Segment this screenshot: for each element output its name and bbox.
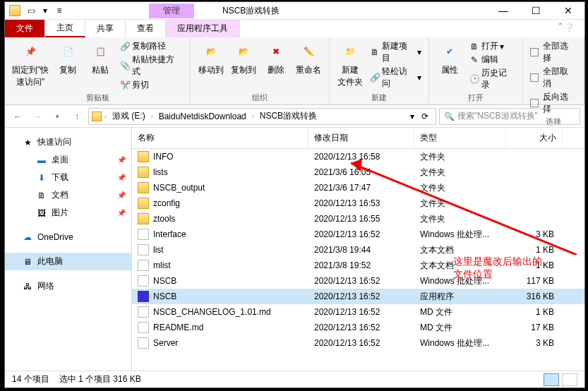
up-button[interactable]: ↑	[68, 108, 85, 125]
file-size: 3 KB	[506, 229, 563, 239]
properties-button[interactable]: ✔属性	[436, 40, 463, 76]
new-folder-button[interactable]: 📁新建 文件夹	[337, 40, 364, 88]
minimize-button[interactable]: —	[487, 2, 520, 20]
file-row[interactable]: mlist2021/3/8 19:52文本文档1 KB	[132, 258, 584, 273]
tab-share[interactable]: 共享	[85, 20, 126, 37]
pin-icon: 📌	[117, 191, 126, 199]
ribbon-group-open: 打开	[468, 91, 484, 103]
sidebar-quick-access[interactable]: ★快速访问	[5, 133, 131, 151]
tab-view[interactable]: 查看	[126, 20, 166, 37]
file-row[interactable]: Server2020/12/13 16:52Windows 批处理...3 KB	[132, 335, 584, 351]
app-icon	[9, 5, 20, 16]
move-to-button[interactable]: 📂移动到	[198, 40, 224, 76]
copy-button[interactable]: 📄复制	[54, 40, 81, 76]
forward-button[interactable]: →	[29, 108, 46, 125]
breadcrumb-segment[interactable]: NSCB游戏转换	[257, 110, 320, 122]
delete-button[interactable]: ✖删除	[263, 40, 289, 76]
new-item-button[interactable]: 🗎新建项目 ▾	[369, 40, 421, 64]
paste-button[interactable]: 📋粘贴	[87, 40, 114, 76]
file-row[interactable]: ztools2020/12/13 16:55文件夹	[132, 211, 584, 227]
status-selection: 选中 1 个项目 316 KB	[59, 373, 141, 385]
folder-icon	[138, 198, 149, 209]
file-icon	[138, 322, 149, 333]
status-item-count: 14 个项目	[12, 373, 49, 385]
file-row[interactable]: zconfig2020/12/13 16:53文件夹	[132, 196, 584, 211]
sidebar-pictures[interactable]: 🖼图片📌	[5, 204, 131, 222]
sidebar-onedrive[interactable]: ☁OneDrive	[5, 229, 131, 246]
file-list: 名称 修改日期 类型 大小 INFO2020/12/13 16:58文件夹lis…	[132, 128, 584, 371]
file-size: 1 KB	[506, 245, 563, 255]
history-button[interactable]: 🕑历史记录	[469, 67, 515, 91]
file-date: 2020/12/13 16:52	[308, 229, 414, 239]
file-row[interactable]: NSCB2020/12/13 16:52应用程序316 KB	[132, 289, 584, 304]
sidebar: ★快速访问 ▬桌面📌 ⬇下载📌 🗎文档📌 🖼图片📌 ☁OneDrive 🖥此电脑…	[5, 128, 132, 371]
file-row[interactable]: NSCB_output2021/3/6 17:47文件夹	[132, 180, 584, 196]
file-size: 1 KB	[506, 307, 563, 317]
maximize-button[interactable]: ☐	[520, 2, 552, 20]
select-all-button[interactable]: 全部选择	[530, 40, 577, 64]
file-row[interactable]: README.md2020/12/13 16:52MD 文件17 KB	[132, 320, 584, 335]
exe-icon	[138, 291, 149, 302]
select-none-button[interactable]: 全部取消	[530, 66, 577, 90]
sidebar-desktop[interactable]: ▬桌面📌	[5, 151, 131, 169]
breadcrumb-segment[interactable]: 游戏 (E:)	[109, 110, 148, 122]
back-button[interactable]: ←	[9, 108, 26, 125]
pin-to-quick-access-button[interactable]: 📌固定到"快 速访问"	[12, 40, 49, 88]
sidebar-documents[interactable]: 🗎文档📌	[5, 186, 131, 204]
file-name: NSCB_CHANGELOG_1.01.md	[153, 307, 271, 317]
breadcrumb[interactable]: › 游戏 (E:)› BaiduNetdiskDownload› NSCB游戏转…	[88, 108, 436, 125]
sidebar-network[interactable]: 🖧网络	[5, 277, 131, 295]
recent-locations-button[interactable]: ▾	[49, 108, 66, 125]
help-button[interactable]: ˆ ❔	[549, 20, 584, 37]
sidebar-downloads[interactable]: ⬇下载📌	[5, 169, 131, 186]
file-row[interactable]: list2021/3/8 19:44文本文档1 KB	[132, 242, 584, 258]
rename-button[interactable]: ✏️重命名	[295, 40, 322, 76]
file-row[interactable]: NSCB_CHANGELOG_1.01.md2020/12/13 16:52MD…	[132, 304, 584, 320]
file-type: 文件夹	[414, 198, 506, 210]
close-button[interactable]: ✕	[552, 2, 584, 20]
sidebar-this-pc[interactable]: 🖥此电脑	[5, 253, 131, 270]
copy-to-button[interactable]: 📂复制到	[230, 40, 257, 76]
folder-icon	[138, 182, 149, 193]
easy-access-button[interactable]: 🔗轻松访问 ▾	[369, 66, 421, 90]
qat-overflow-icon[interactable]: ≡	[54, 6, 64, 16]
column-size[interactable]: 大小	[506, 128, 563, 148]
file-name: mlist	[153, 260, 171, 270]
file-row[interactable]: NSCB2020/12/13 16:52Windows 批处理...117 KB	[132, 273, 584, 289]
history-dropdown-icon[interactable]: ▾	[407, 112, 417, 121]
paste-shortcut-button[interactable]: 📎粘贴快捷方式	[119, 54, 183, 78]
tab-app-tools[interactable]: 应用程序工具	[166, 20, 240, 37]
tab-file[interactable]: 文件	[5, 20, 45, 37]
icons-view-button[interactable]	[562, 373, 577, 386]
file-date: 2020/12/13 16:52	[308, 291, 414, 301]
copy-path-button[interactable]: 🔗复制路径	[119, 40, 183, 52]
file-type: 文本文档	[414, 244, 506, 256]
search-input[interactable]: 🔍 搜索"NSCB游戏转换"	[439, 108, 580, 125]
column-name[interactable]: 名称	[132, 128, 308, 148]
file-size: 17 KB	[506, 323, 563, 332]
file-type: Windows 批处理...	[414, 229, 506, 241]
file-type: 文件夹	[414, 167, 506, 179]
qat-properties-icon[interactable]: ▭	[26, 6, 36, 16]
refresh-icon[interactable]: ⟳	[417, 112, 433, 121]
cut-button[interactable]: ✂️剪切	[119, 79, 183, 91]
file-row[interactable]: lists2021/3/6 16:05文件夹	[132, 164, 584, 180]
file-icon	[138, 244, 149, 255]
details-view-button[interactable]	[544, 373, 559, 386]
breadcrumb-segment[interactable]: BaiduNetdiskDownload	[156, 112, 249, 121]
column-date[interactable]: 修改日期	[308, 128, 414, 148]
file-name: Server	[153, 338, 178, 348]
file-type: 文件夹	[414, 182, 506, 194]
ribbon-tabs: 文件 主页 共享 查看 应用程序工具 ˆ ❔	[5, 20, 584, 37]
tab-home[interactable]: 主页	[45, 20, 85, 37]
file-name: NSCB	[153, 291, 176, 301]
qat-new-folder-icon[interactable]: ▾	[40, 6, 50, 16]
file-icon	[138, 306, 149, 318]
file-row[interactable]: Interface2020/12/13 16:52Windows 批处理...3…	[132, 227, 584, 242]
column-type[interactable]: 类型	[414, 128, 506, 148]
file-type: 文本文档	[414, 260, 506, 272]
open-button[interactable]: 🗎打开 ▾	[469, 40, 515, 52]
file-date: 2020/12/13 16:53	[308, 198, 414, 208]
edit-button[interactable]: ✎编辑	[469, 54, 515, 66]
file-row[interactable]: INFO2020/12/13 16:58文件夹	[132, 149, 584, 164]
